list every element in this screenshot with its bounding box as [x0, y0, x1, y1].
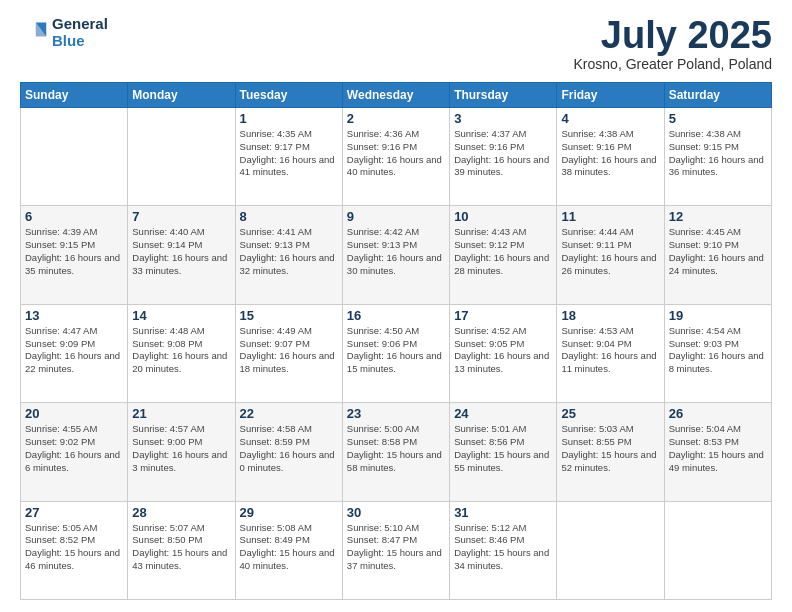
col-monday: Monday — [128, 83, 235, 108]
cell-day-number: 16 — [347, 308, 445, 323]
cell-info-text: Sunrise: 4:36 AM Sunset: 9:16 PM Dayligh… — [347, 128, 445, 179]
cell-info-text: Sunrise: 4:38 AM Sunset: 9:16 PM Dayligh… — [561, 128, 659, 179]
cell-info-text: Sunrise: 4:47 AM Sunset: 9:09 PM Dayligh… — [25, 325, 123, 376]
cell-day-number: 10 — [454, 209, 552, 224]
page: General Blue July 2025 Krosno, Greater P… — [0, 0, 792, 612]
cell-day-number: 25 — [561, 406, 659, 421]
logo: General Blue — [20, 16, 108, 49]
logo-text: General Blue — [52, 16, 108, 49]
cell-info-text: Sunrise: 5:12 AM Sunset: 8:46 PM Dayligh… — [454, 522, 552, 573]
cell-1-5: 11Sunrise: 4:44 AM Sunset: 9:11 PM Dayli… — [557, 206, 664, 304]
cell-info-text: Sunrise: 4:50 AM Sunset: 9:06 PM Dayligh… — [347, 325, 445, 376]
cell-info-text: Sunrise: 5:07 AM Sunset: 8:50 PM Dayligh… — [132, 522, 230, 573]
cell-info-text: Sunrise: 4:54 AM Sunset: 9:03 PM Dayligh… — [669, 325, 767, 376]
cell-day-number: 2 — [347, 111, 445, 126]
cell-0-4: 3Sunrise: 4:37 AM Sunset: 9:16 PM Daylig… — [450, 108, 557, 206]
cell-0-6: 5Sunrise: 4:38 AM Sunset: 9:15 PM Daylig… — [664, 108, 771, 206]
col-tuesday: Tuesday — [235, 83, 342, 108]
cell-day-number: 24 — [454, 406, 552, 421]
cell-3-3: 23Sunrise: 5:00 AM Sunset: 8:58 PM Dayli… — [342, 403, 449, 501]
cell-info-text: Sunrise: 4:40 AM Sunset: 9:14 PM Dayligh… — [132, 226, 230, 277]
week-row-1: 1Sunrise: 4:35 AM Sunset: 9:17 PM Daylig… — [21, 108, 772, 206]
cell-4-4: 31Sunrise: 5:12 AM Sunset: 8:46 PM Dayli… — [450, 501, 557, 599]
cell-3-2: 22Sunrise: 4:58 AM Sunset: 8:59 PM Dayli… — [235, 403, 342, 501]
cell-day-number: 12 — [669, 209, 767, 224]
cell-1-0: 6Sunrise: 4:39 AM Sunset: 9:15 PM Daylig… — [21, 206, 128, 304]
col-wednesday: Wednesday — [342, 83, 449, 108]
cell-2-6: 19Sunrise: 4:54 AM Sunset: 9:03 PM Dayli… — [664, 304, 771, 402]
cell-3-4: 24Sunrise: 5:01 AM Sunset: 8:56 PM Dayli… — [450, 403, 557, 501]
cell-3-0: 20Sunrise: 4:55 AM Sunset: 9:02 PM Dayli… — [21, 403, 128, 501]
cell-2-2: 15Sunrise: 4:49 AM Sunset: 9:07 PM Dayli… — [235, 304, 342, 402]
cell-1-6: 12Sunrise: 4:45 AM Sunset: 9:10 PM Dayli… — [664, 206, 771, 304]
cell-info-text: Sunrise: 4:43 AM Sunset: 9:12 PM Dayligh… — [454, 226, 552, 277]
cell-day-number: 23 — [347, 406, 445, 421]
cell-4-6 — [664, 501, 771, 599]
week-row-3: 13Sunrise: 4:47 AM Sunset: 9:09 PM Dayli… — [21, 304, 772, 402]
cell-day-number: 28 — [132, 505, 230, 520]
logo-icon — [20, 19, 48, 47]
cell-day-number: 1 — [240, 111, 338, 126]
title-block: July 2025 Krosno, Greater Poland, Poland — [574, 16, 772, 72]
cell-info-text: Sunrise: 4:57 AM Sunset: 9:00 PM Dayligh… — [132, 423, 230, 474]
cell-info-text: Sunrise: 4:58 AM Sunset: 8:59 PM Dayligh… — [240, 423, 338, 474]
cell-info-text: Sunrise: 4:53 AM Sunset: 9:04 PM Dayligh… — [561, 325, 659, 376]
cell-info-text: Sunrise: 4:55 AM Sunset: 9:02 PM Dayligh… — [25, 423, 123, 474]
cell-day-number: 13 — [25, 308, 123, 323]
cell-4-5 — [557, 501, 664, 599]
cell-2-4: 17Sunrise: 4:52 AM Sunset: 9:05 PM Dayli… — [450, 304, 557, 402]
cell-4-0: 27Sunrise: 5:05 AM Sunset: 8:52 PM Dayli… — [21, 501, 128, 599]
cell-3-5: 25Sunrise: 5:03 AM Sunset: 8:55 PM Dayli… — [557, 403, 664, 501]
week-row-4: 20Sunrise: 4:55 AM Sunset: 9:02 PM Dayli… — [21, 403, 772, 501]
cell-day-number: 14 — [132, 308, 230, 323]
cell-day-number: 4 — [561, 111, 659, 126]
cell-0-1 — [128, 108, 235, 206]
cell-day-number: 5 — [669, 111, 767, 126]
logo-line2: Blue — [52, 33, 108, 50]
cell-4-1: 28Sunrise: 5:07 AM Sunset: 8:50 PM Dayli… — [128, 501, 235, 599]
cell-day-number: 29 — [240, 505, 338, 520]
cell-2-5: 18Sunrise: 4:53 AM Sunset: 9:04 PM Dayli… — [557, 304, 664, 402]
col-thursday: Thursday — [450, 83, 557, 108]
cell-1-2: 8Sunrise: 4:41 AM Sunset: 9:13 PM Daylig… — [235, 206, 342, 304]
cell-2-0: 13Sunrise: 4:47 AM Sunset: 9:09 PM Dayli… — [21, 304, 128, 402]
cell-day-number: 18 — [561, 308, 659, 323]
cell-info-text: Sunrise: 4:48 AM Sunset: 9:08 PM Dayligh… — [132, 325, 230, 376]
cell-2-3: 16Sunrise: 4:50 AM Sunset: 9:06 PM Dayli… — [342, 304, 449, 402]
cell-info-text: Sunrise: 5:03 AM Sunset: 8:55 PM Dayligh… — [561, 423, 659, 474]
cell-day-number: 22 — [240, 406, 338, 421]
cell-info-text: Sunrise: 5:00 AM Sunset: 8:58 PM Dayligh… — [347, 423, 445, 474]
cell-0-5: 4Sunrise: 4:38 AM Sunset: 9:16 PM Daylig… — [557, 108, 664, 206]
cell-info-text: Sunrise: 4:45 AM Sunset: 9:10 PM Dayligh… — [669, 226, 767, 277]
cell-4-2: 29Sunrise: 5:08 AM Sunset: 8:49 PM Dayli… — [235, 501, 342, 599]
cell-2-1: 14Sunrise: 4:48 AM Sunset: 9:08 PM Dayli… — [128, 304, 235, 402]
subtitle: Krosno, Greater Poland, Poland — [574, 56, 772, 72]
cell-day-number: 11 — [561, 209, 659, 224]
cell-1-4: 10Sunrise: 4:43 AM Sunset: 9:12 PM Dayli… — [450, 206, 557, 304]
cell-day-number: 7 — [132, 209, 230, 224]
week-row-2: 6Sunrise: 4:39 AM Sunset: 9:15 PM Daylig… — [21, 206, 772, 304]
cell-day-number: 15 — [240, 308, 338, 323]
cell-info-text: Sunrise: 4:52 AM Sunset: 9:05 PM Dayligh… — [454, 325, 552, 376]
calendar-body: 1Sunrise: 4:35 AM Sunset: 9:17 PM Daylig… — [21, 108, 772, 600]
col-friday: Friday — [557, 83, 664, 108]
cell-info-text: Sunrise: 4:38 AM Sunset: 9:15 PM Dayligh… — [669, 128, 767, 179]
cell-info-text: Sunrise: 5:04 AM Sunset: 8:53 PM Dayligh… — [669, 423, 767, 474]
cell-0-2: 1Sunrise: 4:35 AM Sunset: 9:17 PM Daylig… — [235, 108, 342, 206]
cell-day-number: 21 — [132, 406, 230, 421]
cell-info-text: Sunrise: 4:35 AM Sunset: 9:17 PM Dayligh… — [240, 128, 338, 179]
cell-3-6: 26Sunrise: 5:04 AM Sunset: 8:53 PM Dayli… — [664, 403, 771, 501]
header: General Blue July 2025 Krosno, Greater P… — [20, 16, 772, 72]
cell-day-number: 20 — [25, 406, 123, 421]
cell-info-text: Sunrise: 5:05 AM Sunset: 8:52 PM Dayligh… — [25, 522, 123, 573]
col-sunday: Sunday — [21, 83, 128, 108]
cell-day-number: 31 — [454, 505, 552, 520]
logo-line1: General — [52, 16, 108, 33]
cell-day-number: 30 — [347, 505, 445, 520]
cell-info-text: Sunrise: 4:42 AM Sunset: 9:13 PM Dayligh… — [347, 226, 445, 277]
cell-0-3: 2Sunrise: 4:36 AM Sunset: 9:16 PM Daylig… — [342, 108, 449, 206]
cell-day-number: 27 — [25, 505, 123, 520]
cell-info-text: Sunrise: 4:44 AM Sunset: 9:11 PM Dayligh… — [561, 226, 659, 277]
header-row: Sunday Monday Tuesday Wednesday Thursday… — [21, 83, 772, 108]
cell-3-1: 21Sunrise: 4:57 AM Sunset: 9:00 PM Dayli… — [128, 403, 235, 501]
